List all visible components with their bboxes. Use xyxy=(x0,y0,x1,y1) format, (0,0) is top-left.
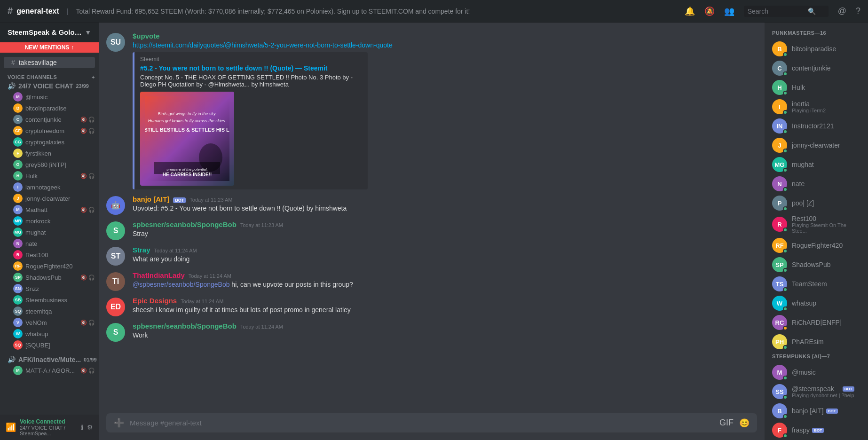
avatar: 🤖 xyxy=(106,196,125,215)
member-name: fyrstikken xyxy=(25,150,95,157)
message-input[interactable] xyxy=(130,413,714,432)
chevron-down-icon: ▼ xyxy=(85,29,91,36)
channel-header: # general-text | Total Reward Fund: 695,… xyxy=(8,6,685,16)
member-item[interactable]: C contentjunkie xyxy=(768,59,864,78)
voice-member-item[interactable]: CFcryptofreedom🔇 🎧 xyxy=(0,125,99,136)
voice-member-item[interactable]: Bbitcoinparadise xyxy=(0,102,99,114)
voice-member-item[interactable]: SQ[SQUBE] xyxy=(0,339,99,351)
voice-member-item[interactable]: Ggrey580 [iNTP] xyxy=(0,159,99,170)
avatar: ED xyxy=(106,298,125,316)
voice-channel-24-7[interactable]: 🔊 24/7 VOICE CHAT 23/99 xyxy=(0,81,99,91)
voice-member-item[interactable]: MMadhatt🔇 🎧 xyxy=(0,204,99,215)
channel-item-takesavillage[interactable]: # takesavillage xyxy=(4,57,95,68)
member-name: @music xyxy=(792,369,816,376)
bot-badge: BOT xyxy=(173,197,186,203)
voice-member-item[interactable]: SPShadowsPub🔇 🎧 xyxy=(0,272,99,283)
bell-icon[interactable]: 🔔 xyxy=(685,6,695,16)
voice-member-item[interactable]: Nnate xyxy=(0,238,99,249)
voice-member-item[interactable]: Ffyrstikken xyxy=(0,148,99,159)
gif-icon[interactable]: GIF xyxy=(719,418,734,428)
mention-icon[interactable]: 🔕 xyxy=(704,6,715,16)
member-item[interactable]: J jonny-clearwater xyxy=(768,136,864,155)
avatar: MR xyxy=(13,216,23,226)
status-dot xyxy=(783,228,788,232)
status-dot xyxy=(783,306,788,311)
voice-member-item[interactable]: CGcryptogalaxies xyxy=(0,136,99,148)
member-item[interactable]: MG mughat xyxy=(768,155,864,174)
avatar: W xyxy=(13,329,23,338)
member-item[interactable]: RF RogueFighter420 xyxy=(768,236,864,255)
member-item[interactable]: PH PhAREsim xyxy=(768,332,864,351)
add-voice-channel-icon[interactable]: + xyxy=(92,74,95,80)
info-icon[interactable]: ℹ xyxy=(81,424,83,431)
emoji-icon[interactable]: 😊 xyxy=(739,418,750,428)
voice-member-item[interactable]: RFRogueFighter420 xyxy=(0,260,99,272)
message-group: TI ThatIndianLady Today at 11:24 AM @spb… xyxy=(99,269,765,293)
member-name: Hulk xyxy=(792,84,805,91)
member-section-header: STEEMPUNKS [AI]—7 xyxy=(765,352,868,361)
message-group: SU $upvote https://steemit.com/dailyquot… xyxy=(99,30,765,191)
afk-member-matt[interactable]: M MATT-A / AGOR... 🔇 🎧 xyxy=(0,365,99,376)
voice-member-item[interactable]: Iiamnotageek xyxy=(0,181,99,193)
message-timestamp: Today at 11:24 AM xyxy=(240,324,283,330)
member-item[interactable]: SS @steemspeakBOT Playing dynobot.net | … xyxy=(768,382,864,401)
member-item[interactable]: N nate xyxy=(768,174,864,193)
avatar: F xyxy=(13,149,23,158)
voice-member-item[interactable]: RRest100 xyxy=(0,249,99,260)
plus-icon[interactable]: ➕ xyxy=(114,418,124,428)
voice-member-item[interactable]: SQsteemitqa xyxy=(0,306,99,317)
member-name: RogueFighter420 xyxy=(25,263,95,270)
server-header[interactable]: SteemSpeak & Golos Cry... ▼ xyxy=(0,23,99,42)
member-name: jonny-clearwater xyxy=(792,141,840,149)
member-item[interactable]: TS TeamSteem xyxy=(768,275,864,293)
message-content: spbesner/seanbob/SpongeBob Today at 11:2… xyxy=(133,220,757,240)
voice-member-item[interactable]: MRmorkrock xyxy=(0,215,99,227)
hash-icon: # xyxy=(11,59,15,66)
search-bar[interactable]: 🔍 xyxy=(744,6,829,17)
members-icon[interactable]: 👥 xyxy=(724,6,734,16)
settings-icon[interactable]: ⚙ xyxy=(87,424,93,431)
voice-member-item[interactable]: MGmughat xyxy=(0,227,99,238)
member-info: whatsup xyxy=(792,299,816,307)
voice-member-item[interactable]: SNSnzz xyxy=(0,283,99,294)
message-input-area: ➕ GIF 😊 xyxy=(99,413,765,440)
member-name: poo| [Z] xyxy=(792,199,814,207)
member-item[interactable]: SP ShadowsPub xyxy=(768,255,864,274)
voice-member-item[interactable]: M@music xyxy=(0,91,99,102)
voice-member-item[interactable]: Jjonny-clearwater xyxy=(0,193,99,204)
message-author: ThatIndianLady xyxy=(133,271,185,279)
main-layout: SteemSpeak & Golos Cry... ▼ NEW MENTIONS… xyxy=(0,23,868,440)
member-item[interactable]: B bitcoinparadise xyxy=(768,39,864,58)
member-item[interactable]: H Hulk xyxy=(768,78,864,97)
search-input[interactable] xyxy=(748,8,804,15)
voice-member-item[interactable]: SBSteembusiness xyxy=(0,294,99,306)
member-item[interactable]: P poo| [Z] xyxy=(768,194,864,212)
member-item[interactable]: I inertia Playing iTerm2 xyxy=(768,97,864,116)
member-item[interactable]: RC RiChARD[ENFP] xyxy=(768,313,864,332)
member-item[interactable]: B banjo [AIT]BOT xyxy=(768,401,864,420)
member-name: MATT-A / AGOR... xyxy=(25,367,78,374)
member-name: morkrock xyxy=(25,218,95,225)
help-icon[interactable]: ? xyxy=(856,6,860,16)
voice-member-item[interactable]: VVeNOm🔇 🎧 xyxy=(0,317,99,328)
afk-channel[interactable]: 🔊 AFK/Inactive/Mute... 01/99 xyxy=(0,354,99,365)
voice-member-item[interactable]: HHulk🔇 🎧 xyxy=(0,170,99,181)
status-dot xyxy=(783,345,788,350)
member-item[interactable]: IN Instructor2121 xyxy=(768,117,864,135)
member-name: Madhatt xyxy=(25,206,78,213)
member-item[interactable]: F fraspyBOT xyxy=(768,421,864,440)
voice-channels-header[interactable]: VOICE CHANNELS + xyxy=(0,72,99,81)
member-info: TeamSteem xyxy=(792,280,827,288)
voice-member-item[interactable]: Ccontentjunkie🔇 🎧 xyxy=(0,114,99,125)
message-link[interactable]: https://steemit.com/dailyquotes/@himshwe… xyxy=(133,41,393,49)
member-item[interactable]: M @music xyxy=(768,363,864,382)
member-info: Hulk xyxy=(792,84,805,91)
mentions-bar[interactable]: NEW MENTIONS ↑ xyxy=(0,42,99,53)
message-group: ED Epic Designs Today at 11:24 AM sheesh… xyxy=(99,295,765,318)
member-name: Rest100 xyxy=(25,251,95,259)
voice-member-item[interactable]: Wwhatsup xyxy=(0,328,99,339)
member-item[interactable]: R Rest100 Playing Steemit On The Stee... xyxy=(768,213,864,236)
member-item[interactable]: W whatsup xyxy=(768,294,864,313)
at-icon[interactable]: @ xyxy=(838,6,846,16)
member-name: steemitqa xyxy=(25,308,95,315)
